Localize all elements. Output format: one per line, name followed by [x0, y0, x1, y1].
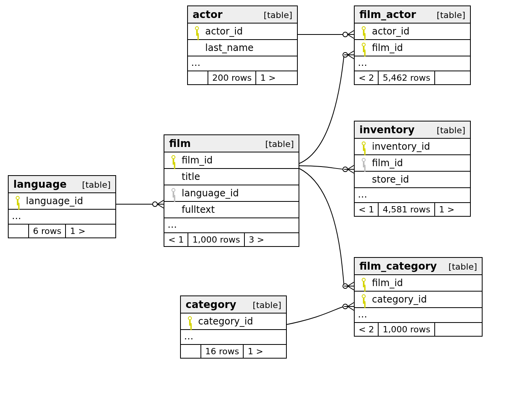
footer-rows: 1,000 rows — [188, 233, 244, 246]
table-language: language [table] language_id … 6 rows 1 … — [8, 175, 116, 238]
footer-rows: 5,462 rows — [379, 71, 435, 84]
footer-out — [435, 71, 470, 84]
column-name: film_id — [370, 158, 403, 169]
footer-rows: 16 rows — [201, 345, 244, 358]
footer-in — [181, 345, 201, 358]
column-row: film_id — [355, 155, 470, 172]
key-icon — [187, 316, 193, 326]
column-name: inventory_id — [370, 141, 430, 152]
key-icon — [361, 294, 366, 304]
rel-film-filmactor — [299, 51, 354, 163]
column-name: fulltext — [180, 204, 215, 215]
column-row: language_id — [9, 193, 115, 210]
column-row: last_name — [188, 40, 297, 56]
ellipsis: … — [355, 188, 470, 203]
table-name: category — [186, 299, 236, 310]
column-row: category_id — [355, 292, 482, 308]
footer-rows: 200 rows — [208, 71, 256, 84]
table-name: film_actor — [359, 9, 416, 20]
key-icon — [361, 26, 366, 36]
column-row: title — [164, 169, 299, 185]
column-name: category_id — [370, 294, 427, 305]
table-header: film [table] — [164, 135, 299, 152]
table-film-category: film_category [table] film_id category_i… — [354, 257, 483, 337]
rel-actor-filmactor — [298, 31, 354, 38]
table-name: language — [13, 178, 67, 190]
footer-rows: 1,000 rows — [379, 323, 435, 336]
footer-out: 1 > — [244, 345, 286, 358]
key-icon — [361, 158, 366, 168]
column-name: film_id — [370, 42, 403, 53]
footer-in: < 2 — [355, 71, 379, 84]
table-footer: 200 rows 1 > — [188, 71, 297, 84]
footer-in: < 1 — [164, 233, 188, 246]
footer-out: 1 > — [66, 225, 115, 237]
footer-in — [9, 225, 29, 237]
table-name: actor — [193, 9, 222, 20]
ellipsis: … — [181, 330, 286, 345]
table-header: film_actor [table] — [355, 6, 470, 24]
table-footer: < 2 1,000 rows — [355, 323, 482, 336]
column-name: film_id — [180, 155, 213, 166]
footer-in: < 1 — [355, 203, 379, 216]
column-name: actor_id — [370, 26, 410, 37]
column-name: category_id — [197, 316, 253, 327]
table-header: film_category [table] — [355, 258, 482, 275]
column-name: film_id — [370, 277, 403, 288]
table-type: [table] — [82, 180, 111, 190]
table-name: film — [169, 138, 191, 149]
ellipsis: … — [355, 56, 470, 71]
footer-in: < 2 — [355, 323, 379, 336]
column-row: inventory_id — [355, 139, 470, 155]
table-film-actor: film_actor [table] actor_id film_id … < … — [354, 5, 471, 85]
table-footer: < 1 1,000 rows 3 > — [164, 233, 299, 246]
column-row: film_id — [355, 275, 482, 292]
footer-rows: 6 rows — [29, 225, 66, 237]
column-row: store_id — [355, 172, 470, 188]
table-header: inventory [table] — [355, 121, 470, 139]
table-footer: 16 rows 1 > — [181, 345, 286, 358]
key-icon — [361, 43, 366, 53]
rel-language-film — [116, 200, 164, 208]
table-type: [table] — [265, 139, 294, 149]
ellipsis: … — [9, 210, 115, 225]
table-type: [table] — [253, 300, 281, 310]
table-category: category [table] category_id … 16 rows 1… — [180, 295, 287, 359]
footer-out: 3 > — [245, 233, 299, 246]
column-name: language_id — [24, 196, 83, 207]
rel-film-inventory — [299, 165, 354, 173]
table-film: film [table] film_id title language_id f… — [164, 134, 299, 247]
table-type: [table] — [437, 125, 465, 135]
column-row: actor_id — [355, 24, 470, 40]
table-name: inventory — [359, 124, 415, 136]
table-type: [table] — [448, 262, 477, 272]
table-footer: 6 rows 1 > — [9, 225, 115, 237]
column-row: language_id — [164, 185, 299, 202]
rel-category-filmcategory — [287, 303, 354, 324]
footer-out: 1 > — [435, 203, 470, 216]
footer-in — [188, 71, 208, 84]
footer-out: 1 > — [256, 71, 297, 84]
footer-out — [435, 323, 482, 336]
table-header: actor [table] — [188, 6, 297, 24]
table-footer: < 2 5,462 rows — [355, 71, 470, 84]
column-name: language_id — [180, 188, 239, 199]
key-icon — [361, 141, 366, 152]
table-type: [table] — [437, 10, 465, 20]
key-icon — [15, 196, 20, 206]
key-icon — [171, 188, 176, 198]
table-footer: < 1 4,581 rows 1 > — [355, 203, 470, 216]
key-icon — [171, 155, 176, 165]
table-name: film_category — [359, 260, 437, 272]
ellipsis: … — [188, 56, 297, 71]
table-header: language [table] — [9, 176, 115, 193]
key-icon — [361, 278, 366, 288]
column-row: fulltext — [164, 202, 299, 218]
ellipsis: … — [164, 218, 299, 233]
table-actor: actor [table] actor_id last_name … 200 r… — [187, 5, 298, 85]
column-row: category_id — [181, 314, 286, 330]
table-header: category [table] — [181, 296, 286, 314]
table-inventory: inventory [table] inventory_id film_id s… — [354, 121, 471, 217]
rel-film-filmcategory — [299, 169, 354, 290]
key-icon — [194, 26, 200, 36]
